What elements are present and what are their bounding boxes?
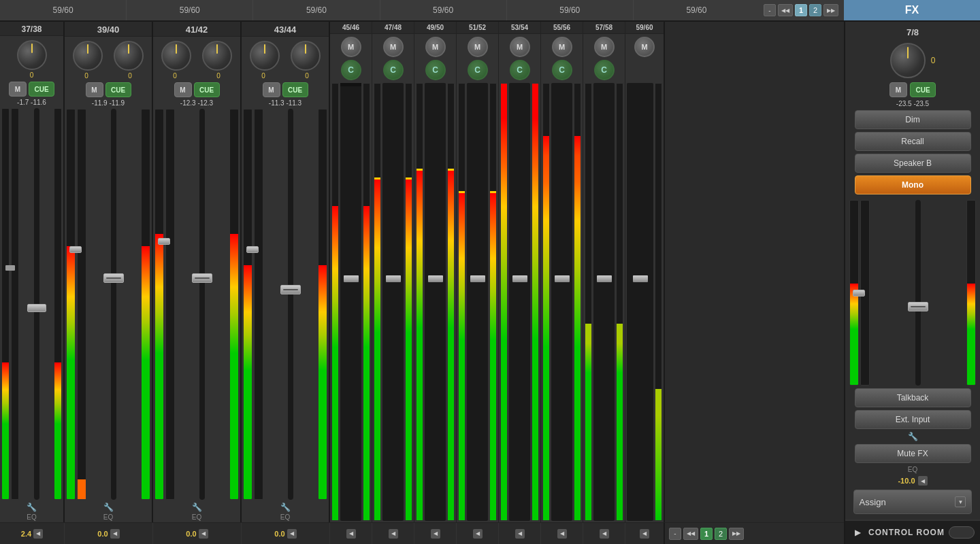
- ch39-fader-handle[interactable]: [103, 273, 124, 283]
- ch57-m-btn[interactable]: M: [594, 37, 615, 57]
- ch47-arrow-btn[interactable]: ◀: [389, 529, 398, 539]
- ch49-c-btn[interactable]: C: [425, 60, 446, 80]
- fx-mute-fx-btn[interactable]: Mute FX: [855, 444, 971, 463]
- bot-minus-btn[interactable]: -: [669, 528, 681, 540]
- ch47-m-btn[interactable]: M: [383, 37, 404, 57]
- ch51-m-btn[interactable]: M: [468, 37, 488, 57]
- ch53-m-btn[interactable]: M: [510, 37, 530, 57]
- page2-btn[interactable]: 2: [809, 4, 821, 16]
- ch43-m-btn[interactable]: M: [263, 82, 280, 97]
- ch43-cue-btn[interactable]: CUE: [282, 82, 308, 97]
- ch53-fader-handle[interactable]: [512, 275, 527, 282]
- prev-btn[interactable]: ◀◀: [778, 4, 793, 16]
- assign-button[interactable]: Assign ▼: [853, 490, 973, 514]
- ch37-m-btn[interactable]: M: [9, 82, 27, 97]
- ch39-cue-btn[interactable]: CUE: [105, 82, 131, 97]
- ch57-fader-handle[interactable]: [597, 275, 612, 282]
- control-room-toggle[interactable]: [949, 526, 975, 539]
- page1-btn[interactable]: 1: [795, 4, 807, 16]
- ch43-fader-handle[interactable]: [280, 285, 301, 294]
- ch37-wrench[interactable]: 🔧: [27, 503, 37, 512]
- ch43-knob-left[interactable]: [250, 41, 280, 71]
- ch59-arrow-btn[interactable]: ◀: [640, 529, 649, 539]
- ch43-arrow-btn[interactable]: ◀: [287, 529, 297, 539]
- ch47-c-btn[interactable]: C: [383, 60, 404, 80]
- ch47-fader-track[interactable]: [382, 83, 404, 521]
- ch43-wrench[interactable]: 🔧: [280, 503, 291, 512]
- bot-page1-btn[interactable]: 1: [700, 528, 713, 540]
- ch39-fader-track[interactable]: [111, 109, 116, 500]
- ch51-c-btn[interactable]: C: [468, 60, 488, 80]
- ch39-arrow-btn[interactable]: ◀: [110, 529, 120, 539]
- next-btn[interactable]: ▶▶: [823, 4, 838, 16]
- ch37-fader-track[interactable]: [34, 108, 39, 500]
- bot-next-btn[interactable]: ▶▶: [729, 528, 744, 540]
- ch41-knob-left[interactable]: [161, 41, 191, 71]
- bot-prev-btn[interactable]: ◀◀: [683, 528, 698, 540]
- ch41-arrow-btn[interactable]: ◀: [199, 529, 208, 539]
- ch41-knob-right[interactable]: [202, 41, 232, 71]
- fx-wrench[interactable]: 🔧: [908, 432, 918, 441]
- fx-talkback-btn[interactable]: Talkback: [855, 388, 971, 407]
- bot-page2-btn[interactable]: 2: [715, 528, 727, 540]
- ch59-fader-track[interactable]: [627, 83, 653, 521]
- ch37-knob[interactable]: [17, 40, 47, 70]
- fx-dim-btn[interactable]: Dim: [855, 110, 971, 129]
- ch37-arrow-btn[interactable]: ◀: [33, 529, 43, 539]
- fx-pan-fader: [860, 200, 870, 386]
- ch37-fader-handle[interactable]: [27, 304, 46, 312]
- fx-arrow-btn[interactable]: ◀: [918, 476, 928, 486]
- ch55-fader-handle[interactable]: [555, 275, 570, 282]
- ch53-c-btn[interactable]: C: [510, 60, 530, 80]
- ch41-wrench[interactable]: 🔧: [192, 503, 202, 512]
- ch49-m-btn[interactable]: M: [425, 37, 446, 57]
- ch45-fader-track[interactable]: [340, 83, 361, 521]
- play-icon[interactable]: ▶: [851, 526, 864, 539]
- ch53-arrow-btn[interactable]: ◀: [515, 529, 525, 539]
- fx-cue-btn[interactable]: CUE: [910, 82, 936, 97]
- ch39-knob-left[interactable]: [73, 41, 103, 71]
- ch45-arrow-btn[interactable]: ◀: [346, 529, 356, 539]
- fx-m-btn[interactable]: M: [889, 82, 907, 97]
- ch55-c-btn[interactable]: C: [552, 60, 572, 80]
- ch55-m-btn[interactable]: M: [552, 37, 572, 57]
- ch49-fader-handle[interactable]: [428, 275, 443, 282]
- assign-dropdown-icon[interactable]: ▼: [955, 496, 966, 507]
- fx-knob[interactable]: [890, 43, 926, 78]
- ch59-m-btn[interactable]: M: [634, 37, 655, 57]
- ch41-fader-track[interactable]: [199, 109, 205, 500]
- ch39-knob-right[interactable]: [114, 41, 144, 71]
- fx-fader-handle[interactable]: [908, 302, 928, 311]
- ch55-fader-track[interactable]: [551, 83, 572, 521]
- ch57-arrow-btn[interactable]: ◀: [600, 529, 609, 539]
- fx-recall-btn[interactable]: Recall: [855, 132, 971, 151]
- fx-speaker-b-btn[interactable]: Speaker B: [855, 154, 971, 173]
- ch49-fader-track[interactable]: [425, 83, 446, 521]
- ch51-fader-handle[interactable]: [470, 275, 485, 282]
- ch43-knob-right[interactable]: [291, 41, 321, 71]
- ch41-m-btn[interactable]: M: [174, 82, 192, 97]
- ch49-arrow-btn[interactable]: ◀: [431, 529, 440, 539]
- ch37-cue-btn[interactable]: CUE: [29, 82, 54, 97]
- ch45-c-btn[interactable]: C: [341, 60, 361, 80]
- ch57-fader-track[interactable]: [593, 83, 615, 521]
- ch51-fader-track[interactable]: [467, 83, 488, 521]
- ch59-fader-handle[interactable]: [633, 275, 648, 282]
- ch41-cue-btn[interactable]: CUE: [194, 82, 220, 97]
- ch51-arrow-btn[interactable]: ◀: [473, 529, 483, 539]
- ch53-fader-track[interactable]: [509, 83, 530, 521]
- minus-btn[interactable]: -: [764, 4, 776, 16]
- ch43-fader-track[interactable]: [288, 109, 293, 500]
- bottom-scrollbar-inline: - ◀◀ 1 2 ▶▶: [665, 523, 844, 544]
- ch39-m-btn[interactable]: M: [86, 82, 103, 97]
- ch55-arrow-btn[interactable]: ◀: [557, 529, 567, 539]
- ch45-fader-handle[interactable]: [344, 275, 359, 282]
- ch41-fader-handle[interactable]: [192, 273, 212, 283]
- fx-mono-btn[interactable]: Mono: [855, 175, 971, 194]
- ch45-m-btn[interactable]: M: [341, 37, 361, 57]
- fx-ext-input-btn[interactable]: Ext. Input: [855, 410, 971, 429]
- fx-fader-track[interactable]: [915, 200, 921, 386]
- ch39-wrench[interactable]: 🔧: [103, 503, 114, 512]
- ch47-fader-handle[interactable]: [386, 275, 401, 282]
- ch57-c-btn[interactable]: C: [594, 60, 615, 80]
